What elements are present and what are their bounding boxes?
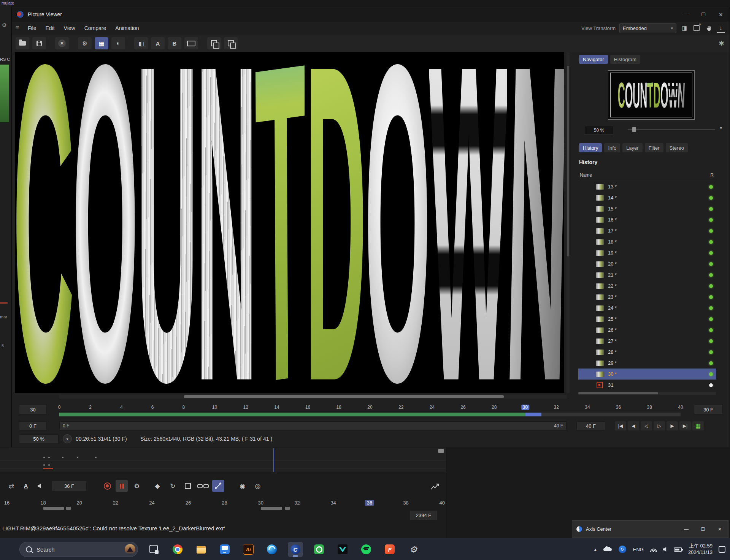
vertical-scrollbar[interactable] [567, 52, 570, 393]
keyframe-dot[interactable] [95, 457, 97, 458]
current-frame-field[interactable]: 30 [19, 405, 47, 414]
keyframe-dot[interactable] [43, 464, 45, 466]
history-row[interactable]: 18 * [578, 236, 716, 247]
timeline-ruler[interactable]: 16182022242628303234363840 [0, 500, 456, 508]
menu-compare[interactable]: Compare [84, 25, 106, 31]
title-bar[interactable]: Picture Viewer — ☐ ✕ [12, 7, 730, 22]
tab-histogram[interactable]: Histogram [610, 55, 640, 64]
sound-button[interactable] [34, 480, 46, 492]
view-transform-dropdown[interactable]: Embedded ▾ [619, 23, 676, 33]
battery-icon[interactable] [674, 547, 682, 552]
history-row[interactable]: 14 * [578, 192, 716, 203]
render-canvas[interactable]: COUNTDOWN [15, 52, 564, 393]
open-external-icon[interactable] [692, 24, 701, 32]
f-app-icon[interactable] [382, 542, 397, 557]
frame-ruler[interactable]: 0246810121416182022242628303234363840 [59, 405, 681, 418]
version-a-button[interactable]: A [151, 37, 165, 49]
fcurve-editor-icon[interactable] [429, 481, 441, 493]
language-indicator[interactable]: ENG [633, 547, 644, 552]
open-file-button[interactable] [16, 37, 29, 49]
green-app-icon[interactable] [311, 542, 327, 557]
navigator-thumbnail[interactable]: COUNTDOWN [608, 70, 695, 120]
volume-icon[interactable] [663, 547, 668, 552]
tab-info[interactable]: Info [604, 143, 620, 152]
step-forward-button[interactable]: ▶ [667, 421, 678, 430]
keyframe-range-bar[interactable] [66, 507, 71, 510]
history-row[interactable]: 15 * [578, 203, 716, 214]
history-scrollbar[interactable] [578, 392, 716, 395]
chrome-icon[interactable] [170, 542, 185, 557]
record-rotation-button[interactable]: ↻ [167, 480, 179, 492]
close-button[interactable]: ✕ [712, 7, 730, 22]
maximize-button[interactable]: ☐ [695, 520, 711, 538]
wifi-icon[interactable] [650, 547, 657, 552]
history-row[interactable]: 13 * [578, 181, 716, 192]
record-button[interactable] [101, 480, 113, 492]
snapping-button[interactable] [212, 480, 224, 492]
minimize-button[interactable]: — [677, 7, 695, 22]
stop-render-button[interactable]: ✕ [55, 37, 69, 49]
sync-icon[interactable]: ↻ [619, 546, 626, 553]
search-daily-image[interactable] [125, 544, 135, 555]
timeline-playhead[interactable] [273, 448, 274, 472]
pause-button[interactable] [116, 480, 128, 492]
horizontal-scrollbar[interactable] [59, 395, 567, 399]
frame-number-field[interactable]: 36 F [52, 481, 87, 491]
zoom-dropdown-button[interactable]: ▾ [63, 434, 72, 443]
keyframe-dot[interactable] [48, 457, 50, 458]
history-row[interactable]: 23 * [578, 291, 716, 302]
menu-animation[interactable]: Animation [115, 25, 139, 31]
scrollbar-thumb[interactable] [438, 449, 444, 453]
record-parameter-button[interactable] [197, 480, 209, 492]
menu-edit[interactable]: Edit [45, 25, 54, 31]
menu-file[interactable]: File [28, 25, 36, 31]
hamburger-icon[interactable]: ≡ [16, 24, 19, 32]
history-row[interactable]: 21 * [578, 269, 716, 280]
axis-center-window[interactable]: Axis Center — ☐ ✕ [572, 520, 728, 538]
jump-end-button[interactable]: ▶| [679, 421, 691, 430]
scrollbar-thumb[interactable] [184, 395, 503, 398]
keyframe-range-bar[interactable] [43, 507, 64, 510]
end-frame-field[interactable]: 30 F [694, 405, 723, 414]
contrast-button[interactable]: ◐ [111, 37, 125, 49]
task-view-icon[interactable] [146, 542, 162, 557]
history-row[interactable]: 24 * [578, 302, 716, 313]
keyframe-dot[interactable] [43, 457, 45, 458]
history-row[interactable]: 26 * [578, 324, 716, 335]
keyframe-dot[interactable] [62, 457, 63, 458]
search-input[interactable]: Search [19, 542, 138, 557]
predator-icon[interactable] [335, 542, 350, 557]
settings-icon[interactable] [406, 542, 421, 557]
tray-overflow-icon[interactable]: ▴ [594, 547, 597, 552]
menu-view[interactable]: View [64, 25, 75, 31]
illustrator-icon[interactable] [241, 542, 256, 557]
frame-range-bar[interactable] [59, 413, 681, 416]
history-row[interactable]: 27 * [578, 335, 716, 346]
total-frames-field[interactable]: 2394 F [410, 510, 437, 520]
slider-knob[interactable] [632, 127, 636, 132]
tab-layer[interactable]: Layer [622, 143, 643, 152]
hand-tool-icon[interactable] [705, 24, 713, 32]
scrollbar-thumb[interactable] [567, 66, 569, 256]
minimize-button[interactable]: — [678, 520, 695, 538]
panel-settings-icon[interactable]: ✱ [719, 39, 724, 47]
history-row[interactable]: 19 * [578, 247, 716, 258]
letterbox-button[interactable] [184, 37, 198, 49]
animation-settings-button[interactable]: ⚙ [131, 480, 143, 492]
history-row[interactable]: 30 * [578, 369, 716, 380]
autokey-button[interactable]: A [20, 480, 32, 492]
save-button[interactable] [32, 37, 46, 49]
jump-start-button[interactable]: |◀ [615, 421, 626, 430]
render-settings-button[interactable]: ▦ [95, 37, 108, 49]
download-icon[interactable]: ↓ [717, 24, 725, 33]
zoom-field[interactable]: 50 % [19, 434, 59, 443]
history-row[interactable]: 20 * [578, 258, 716, 269]
render-version-button[interactable]: ▦ [692, 421, 704, 430]
maximize-button[interactable]: ☐ [695, 7, 712, 22]
file-explorer-icon[interactable] [194, 542, 209, 557]
keyframe-strip[interactable] [0, 448, 446, 472]
history-row[interactable]: 31 [578, 380, 716, 391]
ab-compare-button[interactable]: ◧ [134, 37, 148, 49]
record-scale-button[interactable] [182, 480, 194, 492]
range-start-field[interactable]: 0 F [19, 421, 47, 430]
